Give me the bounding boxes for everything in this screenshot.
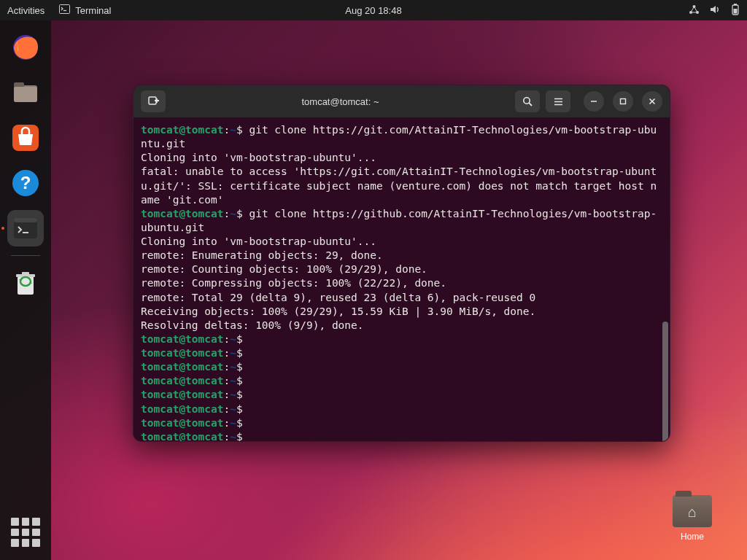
top-app-name: Terminal: [75, 5, 111, 16]
terminal-line: tomcat@tomcat:~$: [141, 388, 662, 402]
terminal-line: tomcat@tomcat:~$ git clone https://githu…: [141, 207, 662, 235]
terminal-line: remote: Counting objects: 100% (29/29), …: [141, 262, 662, 276]
svg-rect-11: [14, 87, 37, 102]
dock: ?: [0, 20, 51, 560]
home-icon: ⌂: [688, 504, 697, 521]
search-button[interactable]: [515, 90, 540, 112]
maximize-button[interactable]: [613, 91, 633, 112]
new-tab-button[interactable]: [141, 90, 166, 112]
terminal-line: tomcat@tomcat:~$: [141, 360, 662, 374]
terminal-line: Resolving deltas: 100% (9/9), done.: [141, 319, 662, 332]
network-icon[interactable]: [689, 4, 700, 17]
terminal-line: Receiving objects: 100% (29/29), 15.59 K…: [141, 305, 662, 319]
activities-button[interactable]: Activities: [7, 5, 44, 16]
dock-files[interactable]: [7, 74, 44, 111]
svg-rect-20: [22, 272, 29, 275]
svg-rect-7: [734, 9, 738, 14]
svg-rect-16: [14, 218, 37, 222]
terminal-line: tomcat@tomcat:~$: [141, 416, 662, 430]
terminal-line: tomcat@tomcat:~$: [141, 402, 662, 416]
svg-rect-6: [734, 4, 737, 5]
terminal-scrollbar[interactable]: [662, 322, 668, 441]
terminal-line: fatal: unable to access 'https://git.com…: [141, 165, 662, 206]
svg-point-24: [523, 97, 529, 103]
desktop-root: Activities Terminal Aug 20 18:48: [0, 0, 747, 560]
battery-icon[interactable]: [731, 4, 740, 18]
svg-rect-30: [621, 99, 626, 104]
top-bar: Activities Terminal Aug 20 18:48: [0, 0, 747, 20]
maximize-icon: [619, 98, 627, 105]
terminal-line: remote: Compressing objects: 100% (22/22…: [141, 276, 662, 290]
dock-terminal[interactable]: [7, 210, 44, 246]
svg-text:?: ?: [20, 173, 31, 192]
terminal-line: tomcat@tomcat:~$: [141, 346, 662, 360]
desktop-home-label: Home: [667, 532, 718, 542]
svg-rect-0: [60, 5, 70, 14]
terminal-line: Cloning into 'vm-bootstrap-ubuntu'...: [141, 235, 662, 249]
dock-trash[interactable]: [7, 265, 44, 301]
terminal-line: tomcat@tomcat:~$ git clone https://git.c…: [141, 123, 662, 151]
clock[interactable]: Aug 20 18:48: [345, 5, 401, 16]
terminal-line: tomcat@tomcat:~$: [141, 430, 662, 441]
terminal-window: tomcat@tomcat: ~ tomcat@tomcat:~$ git cl…: [133, 85, 670, 442]
minimize-button[interactable]: [584, 91, 604, 112]
hamburger-menu-button[interactable]: [546, 90, 570, 112]
terminal-line: tomcat@tomcat:~$: [141, 332, 662, 346]
hamburger-icon: [553, 96, 564, 107]
svg-rect-10: [14, 82, 24, 88]
svg-line-25: [529, 103, 532, 106]
dock-help[interactable]: ?: [7, 165, 44, 201]
terminal-line: remote: Enumerating objects: 29, done.: [141, 249, 662, 262]
dock-software[interactable]: [7, 120, 44, 156]
show-applications-button[interactable]: [11, 518, 40, 547]
minimize-icon: [590, 98, 597, 105]
terminal-icon: [59, 4, 70, 16]
top-app-menu[interactable]: Terminal: [59, 4, 111, 16]
terminal-line: tomcat@tomcat:~$: [141, 374, 662, 388]
volume-icon[interactable]: [710, 4, 721, 17]
close-button[interactable]: [642, 91, 662, 112]
dock-firefox[interactable]: [7, 29, 44, 66]
terminal-line: remote: Total 29 (delta 9), reused 23 (d…: [141, 291, 662, 305]
desktop-home-folder[interactable]: ⌂ Home: [667, 495, 718, 542]
search-icon: [522, 96, 533, 107]
terminal-line: Cloning into 'vm-bootstrap-ubuntu'...: [141, 151, 662, 165]
window-titlebar[interactable]: tomcat@tomcat: ~: [133, 85, 670, 117]
close-icon: [649, 98, 656, 105]
terminal-body[interactable]: tomcat@tomcat:~$ git clone https://git.c…: [133, 117, 670, 441]
window-title: tomcat@tomcat: ~: [171, 96, 509, 107]
